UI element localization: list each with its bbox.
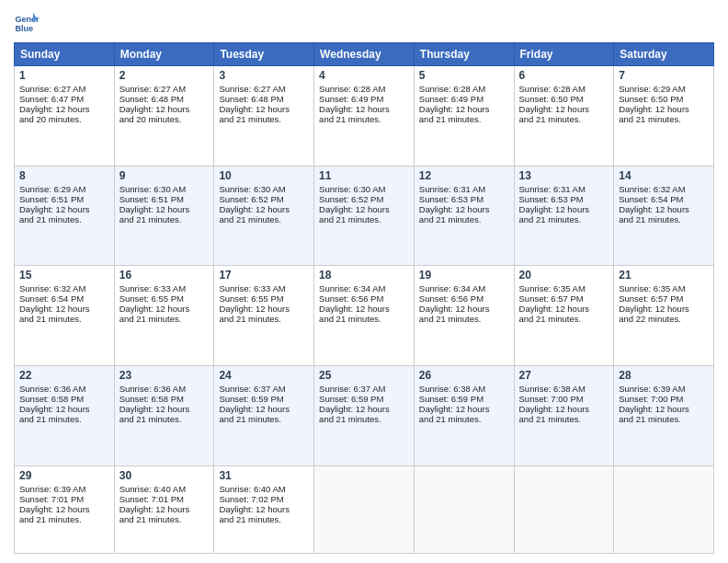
day-info-line: Sunrise: 6:36 AM (19, 384, 109, 394)
day-info-line: Daylight: 12 hours (319, 404, 409, 414)
calendar-week-row: 8Sunrise: 6:29 AMSunset: 6:51 PMDaylight… (15, 166, 714, 266)
weekday-header-friday: Friday (514, 43, 614, 66)
day-info-line: and 21 minutes. (19, 514, 109, 524)
day-info-line: Daylight: 12 hours (19, 404, 109, 414)
day-info-line: Sunset: 6:49 PM (419, 94, 509, 104)
day-info-line: Daylight: 12 hours (219, 104, 309, 114)
day-info-line: and 21 minutes. (119, 514, 210, 524)
day-info-line: and 21 minutes. (619, 214, 709, 224)
day-info-line: Sunset: 6:55 PM (119, 293, 210, 304)
day-info-line: Sunrise: 6:39 AM (19, 484, 109, 494)
day-info-line: and 21 minutes. (19, 414, 109, 424)
day-info-line: Sunset: 6:48 PM (219, 94, 309, 104)
day-info-line: Sunrise: 6:27 AM (219, 84, 309, 94)
day-info-line: Sunset: 6:58 PM (19, 394, 109, 404)
day-info-line: Sunset: 6:56 PM (419, 293, 509, 304)
day-info-line: Daylight: 12 hours (619, 404, 709, 414)
day-info-line: Sunrise: 6:33 AM (119, 283, 210, 293)
calendar-cell: 23Sunrise: 6:36 AMSunset: 6:58 PMDayligh… (114, 366, 214, 466)
day-info-line: Daylight: 12 hours (519, 204, 609, 214)
day-info-line: and 21 minutes. (219, 514, 309, 524)
day-info-line: Sunset: 6:57 PM (619, 293, 709, 304)
day-number: 5 (419, 69, 509, 82)
day-info-line: Sunset: 6:54 PM (619, 194, 709, 204)
day-info-line: Daylight: 12 hours (319, 204, 409, 214)
day-info-line: Sunset: 6:55 PM (219, 293, 309, 304)
day-info-line: Sunrise: 6:37 AM (319, 384, 409, 394)
day-info-line: and 21 minutes. (319, 114, 409, 124)
day-info-line: Daylight: 12 hours (219, 504, 309, 514)
day-info-line: Daylight: 12 hours (219, 204, 309, 214)
day-number: 21 (619, 269, 709, 282)
calendar-cell: 2Sunrise: 6:27 AMSunset: 6:48 PMDaylight… (114, 66, 214, 167)
calendar-cell: 6Sunrise: 6:28 AMSunset: 6:50 PMDaylight… (514, 66, 614, 167)
day-info-line: Daylight: 12 hours (519, 404, 609, 414)
day-info-line: Sunset: 6:50 PM (519, 94, 609, 104)
calendar-cell: 30Sunrise: 6:40 AMSunset: 7:01 PMDayligh… (114, 465, 214, 553)
day-info-line: Sunrise: 6:32 AM (19, 283, 109, 293)
calendar-cell: 19Sunrise: 6:34 AMSunset: 6:56 PMDayligh… (414, 266, 514, 366)
day-info-line: Sunrise: 6:30 AM (219, 184, 309, 194)
weekday-header-tuesday: Tuesday (214, 43, 314, 66)
day-number: 18 (319, 269, 409, 282)
day-info-line: Daylight: 12 hours (219, 404, 309, 414)
day-info-line: and 21 minutes. (219, 214, 309, 224)
day-number: 24 (219, 369, 309, 382)
day-info-line: Daylight: 12 hours (419, 104, 509, 114)
day-number: 1 (19, 69, 109, 82)
calendar-cell: 16Sunrise: 6:33 AMSunset: 6:55 PMDayligh… (114, 266, 214, 366)
weekday-header-sunday: Sunday (15, 43, 115, 66)
day-info-line: and 21 minutes. (519, 114, 609, 124)
calendar-cell (514, 465, 614, 553)
calendar-cell (314, 465, 415, 553)
day-info-line: Sunrise: 6:36 AM (119, 384, 210, 394)
day-info-line: Sunset: 6:53 PM (519, 194, 609, 204)
calendar-cell: 12Sunrise: 6:31 AMSunset: 6:53 PMDayligh… (414, 166, 514, 266)
day-info-line: and 21 minutes. (19, 314, 109, 324)
day-number: 27 (519, 369, 609, 382)
day-info-line: Sunrise: 6:38 AM (419, 384, 509, 394)
day-info-line: Sunset: 6:48 PM (119, 94, 210, 104)
day-number: 17 (219, 269, 309, 282)
calendar-cell: 26Sunrise: 6:38 AMSunset: 6:59 PMDayligh… (414, 366, 514, 466)
calendar-cell (614, 465, 714, 553)
day-info-line: and 21 minutes. (219, 314, 309, 324)
day-info-line: Sunrise: 6:29 AM (619, 84, 709, 94)
page: General Blue SundayMondayTuesdayWednesda… (0, 0, 728, 563)
weekday-header-saturday: Saturday (614, 43, 714, 66)
day-info-line: and 22 minutes. (619, 314, 709, 324)
day-info-line: and 20 minutes. (19, 114, 109, 124)
day-info-line: Daylight: 12 hours (319, 304, 409, 314)
day-info-line: Sunrise: 6:37 AM (219, 384, 309, 394)
calendar-cell: 15Sunrise: 6:32 AMSunset: 6:54 PMDayligh… (15, 266, 115, 366)
day-number: 15 (19, 269, 109, 282)
day-info-line: Sunset: 7:00 PM (619, 394, 709, 404)
day-info-line: Daylight: 12 hours (19, 304, 109, 314)
day-info-line: and 21 minutes. (219, 414, 309, 424)
weekday-header-thursday: Thursday (414, 43, 514, 66)
day-info-line: and 21 minutes. (19, 214, 109, 224)
calendar-cell: 25Sunrise: 6:37 AMSunset: 6:59 PMDayligh… (314, 366, 415, 466)
calendar-cell: 18Sunrise: 6:34 AMSunset: 6:56 PMDayligh… (314, 266, 415, 366)
day-number: 31 (219, 469, 309, 482)
day-number: 20 (519, 269, 609, 282)
day-number: 3 (219, 69, 309, 82)
day-info-line: Sunrise: 6:38 AM (519, 384, 609, 394)
calendar-table: SundayMondayTuesdayWednesdayThursdayFrid… (14, 42, 714, 554)
day-info-line: Sunset: 6:52 PM (319, 194, 409, 204)
day-info-line: Sunset: 6:57 PM (519, 293, 609, 304)
calendar-cell: 21Sunrise: 6:35 AMSunset: 6:57 PMDayligh… (614, 266, 714, 366)
day-info-line: Sunset: 6:49 PM (319, 94, 409, 104)
day-number: 6 (519, 69, 609, 82)
day-info-line: Sunrise: 6:40 AM (219, 484, 309, 494)
day-info-line: Sunrise: 6:31 AM (419, 184, 509, 194)
day-info-line: and 21 minutes. (519, 214, 609, 224)
day-info-line: Daylight: 12 hours (619, 204, 709, 214)
day-info-line: Daylight: 12 hours (19, 104, 109, 114)
day-number: 30 (119, 469, 210, 482)
calendar-cell: 7Sunrise: 6:29 AMSunset: 6:50 PMDaylight… (614, 66, 714, 167)
day-number: 16 (119, 269, 210, 282)
day-info-line: Sunset: 6:51 PM (19, 194, 109, 204)
calendar-cell: 10Sunrise: 6:30 AMSunset: 6:52 PMDayligh… (214, 166, 314, 266)
day-info-line: Daylight: 12 hours (319, 104, 409, 114)
